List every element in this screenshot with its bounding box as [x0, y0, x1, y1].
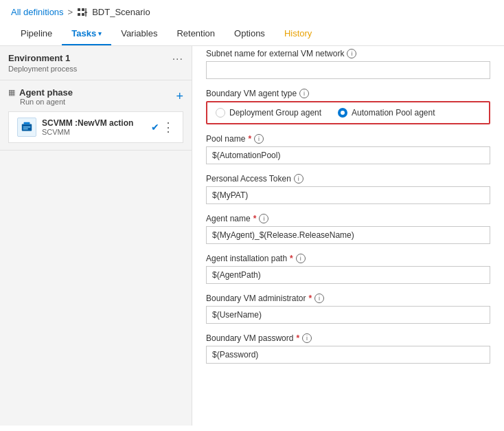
personal-access-token-field-group: Personal Access Token i — [206, 174, 490, 204]
boundary-vm-agent-type-info-icon[interactable]: i — [299, 89, 309, 98]
agent-installation-path-info-icon[interactable]: i — [296, 254, 306, 263]
tab-variables[interactable]: Variables — [111, 23, 167, 45]
radio-deployment-group-circle — [216, 108, 225, 118]
main-layout: Environment 1 Deployment process ··· ▦ A… — [0, 46, 504, 426]
pool-name-required: * — [248, 134, 251, 144]
grid-icon: ▦ — [8, 88, 15, 97]
subnet-name-label: Subnet name for external VM network i — [206, 49, 490, 58]
agent-name-required: * — [253, 214, 257, 223]
boundary-vm-administrator-field-group: Boundary VM administrator * i — [206, 294, 490, 324]
tasks-dropdown-arrow: ▾ — [98, 30, 102, 37]
personal-access-token-label: Personal Access Token i — [206, 174, 490, 184]
boundary-vm-administrator-required: * — [308, 294, 312, 303]
svg-rect-9 — [23, 129, 28, 129]
svg-rect-0 — [78, 8, 80, 11]
pool-name-field-group: Pool name * i — [206, 134, 490, 164]
svg-rect-8 — [23, 126, 31, 127]
agent-phase-title: Agent phase — [19, 87, 73, 98]
subnet-name-input[interactable] — [206, 61, 490, 79]
agent-installation-path-input[interactable] — [206, 266, 490, 284]
agent-phase-sub: Run on agent — [20, 98, 73, 106]
subnet-name-field-group: Subnet name for external VM network i — [206, 49, 490, 79]
svg-rect-2 — [78, 13, 80, 16]
radio-automation-pool-circle — [338, 108, 347, 118]
boundary-vm-agent-type-label: Boundary VM agent type i — [206, 89, 490, 98]
add-task-button[interactable]: + — [176, 89, 183, 104]
boundary-vm-agent-type-radio-group: Deployment Group agent Automation Pool a… — [206, 101, 490, 124]
environment-menu-button[interactable]: ··· — [172, 53, 183, 65]
agent-name-field-group: Agent name * i — [206, 214, 490, 244]
nav-tabs: Pipeline Tasks ▾ Variables Retention Opt… — [11, 23, 493, 45]
task-menu-button[interactable]: ⋮ — [162, 120, 174, 135]
agent-name-input[interactable] — [206, 226, 490, 244]
agent-installation-path-field-group: Agent installation path * i — [206, 254, 490, 284]
scvmm-task-item[interactable]: SCVMM :NewVM action SCVMM ✔ ⋮ — [8, 111, 183, 143]
boundary-vm-password-required: * — [296, 333, 299, 343]
task-check-icon: ✔ — [151, 122, 159, 133]
breadcrumb: All definitions > BDT_Scenario — [11, 7, 493, 17]
task-sub: SCVMM — [42, 128, 147, 136]
radio-automation-pool-label: Automation Pool agent — [352, 108, 435, 118]
boundary-vm-password-field-group: Boundary VM password * i — [206, 333, 490, 364]
breadcrumb-title: BDT_Scenario — [92, 7, 150, 17]
personal-access-token-input[interactable] — [206, 186, 490, 204]
task-info: SCVMM :NewVM action SCVMM — [42, 118, 147, 136]
sidebar-agent-phase-section: ▦ Agent phase Run on agent + — [0, 80, 192, 151]
radio-automation-pool[interactable]: Automation Pool agent — [338, 108, 435, 118]
agent-name-label: Agent name * i — [206, 214, 490, 223]
boundary-vm-administrator-info-icon[interactable]: i — [314, 294, 324, 303]
personal-access-token-info-icon[interactable]: i — [294, 174, 303, 184]
svg-rect-1 — [82, 8, 84, 11]
agent-installation-path-label: Agent installation path * i — [206, 254, 490, 263]
sidebar: Environment 1 Deployment process ··· ▦ A… — [0, 46, 192, 426]
svg-rect-7 — [24, 122, 30, 124]
header: All definitions > BDT_Scenario Pipeline … — [0, 0, 504, 46]
pool-name-info-icon[interactable]: i — [254, 134, 264, 144]
boundary-vm-password-info-icon[interactable]: i — [302, 333, 312, 343]
task-name: SCVMM :NewVM action — [42, 118, 147, 128]
agent-installation-path-required: * — [290, 254, 293, 263]
radio-deployment-group[interactable]: Deployment Group agent — [216, 108, 321, 118]
tab-history[interactable]: History — [275, 23, 321, 45]
boundary-vm-administrator-input[interactable] — [206, 306, 490, 324]
subnet-name-info-icon[interactable]: i — [347, 49, 356, 58]
tab-options[interactable]: Options — [225, 23, 275, 45]
tab-tasks[interactable]: Tasks ▾ — [62, 23, 111, 45]
svg-rect-3 — [82, 13, 84, 16]
tab-retention[interactable]: Retention — [167, 23, 225, 45]
sidebar-environment-section: Environment 1 Deployment process ··· — [0, 46, 192, 80]
pool-name-input[interactable] — [206, 146, 490, 164]
agent-name-info-icon[interactable]: i — [259, 214, 268, 223]
environment-sub: Deployment process — [8, 65, 77, 73]
tab-pipeline[interactable]: Pipeline — [11, 23, 62, 45]
pool-name-label: Pool name * i — [206, 134, 490, 144]
breadcrumb-separator: > — [68, 7, 73, 17]
boundary-vm-administrator-label: Boundary VM administrator * i — [206, 294, 490, 303]
breadcrumb-all-definitions[interactable]: All definitions — [11, 7, 64, 17]
pipeline-icon — [77, 8, 88, 17]
boundary-vm-password-input[interactable] — [206, 346, 490, 364]
environment-title: Environment 1 — [8, 53, 77, 63]
task-icon — [17, 118, 36, 137]
content-area: Subnet name for external VM network i Bo… — [192, 46, 504, 426]
radio-deployment-group-label: Deployment Group agent — [229, 108, 321, 118]
boundary-vm-agent-type-field-group: Boundary VM agent type i Deployment Grou… — [206, 89, 490, 124]
boundary-vm-password-label: Boundary VM password * i — [206, 333, 490, 343]
